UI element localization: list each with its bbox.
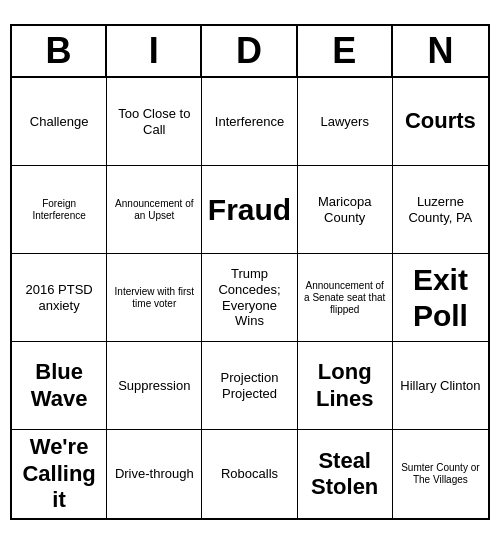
cell-text-8: Maricopa County xyxy=(302,194,388,225)
bingo-grid: ChallengeToo Close to CallInterferenceLa… xyxy=(12,78,488,518)
cell-text-3: Lawyers xyxy=(320,114,368,130)
bingo-cell-6: Announcement of an Upset xyxy=(107,166,202,254)
cell-text-6: Announcement of an Upset xyxy=(111,198,197,222)
cell-text-5: Foreign Interference xyxy=(16,198,102,222)
bingo-cell-13: Announcement of a Senate seat that flipp… xyxy=(298,254,393,342)
bingo-cell-24: Sumter County or The Villages xyxy=(393,430,488,518)
bingo-card: BIDEN ChallengeToo Close to CallInterfer… xyxy=(10,24,490,520)
bingo-cell-15: Blue Wave xyxy=(12,342,107,430)
header-letter-e: E xyxy=(298,26,393,76)
bingo-cell-17: Projection Projected xyxy=(202,342,297,430)
cell-text-0: Challenge xyxy=(30,114,89,130)
cell-text-19: Hillary Clinton xyxy=(400,378,480,394)
bingo-cell-9: Luzerne County, PA xyxy=(393,166,488,254)
cell-text-15: Blue Wave xyxy=(16,359,102,412)
cell-text-23: Steal Stolen xyxy=(302,448,388,501)
bingo-header: BIDEN xyxy=(12,26,488,78)
cell-text-17: Projection Projected xyxy=(206,370,292,401)
header-letter-i: I xyxy=(107,26,202,76)
bingo-cell-23: Steal Stolen xyxy=(298,430,393,518)
cell-text-13: Announcement of a Senate seat that flipp… xyxy=(302,280,388,316)
cell-text-22: Robocalls xyxy=(221,466,278,482)
bingo-cell-21: Drive-through xyxy=(107,430,202,518)
cell-text-10: 2016 PTSD anxiety xyxy=(16,282,102,313)
header-letter-b: B xyxy=(12,26,107,76)
bingo-cell-12: Trump Concedes; Everyone Wins xyxy=(202,254,297,342)
cell-text-18: Long Lines xyxy=(302,359,388,412)
cell-text-2: Interference xyxy=(215,114,284,130)
cell-text-12: Trump Concedes; Everyone Wins xyxy=(206,266,292,328)
bingo-cell-3: Lawyers xyxy=(298,78,393,166)
bingo-cell-18: Long Lines xyxy=(298,342,393,430)
bingo-cell-19: Hillary Clinton xyxy=(393,342,488,430)
cell-text-21: Drive-through xyxy=(115,466,194,482)
header-letter-n: N xyxy=(393,26,488,76)
bingo-cell-4: Courts xyxy=(393,78,488,166)
cell-text-16: Suppression xyxy=(118,378,190,394)
cell-text-7: Fraud xyxy=(208,192,291,228)
bingo-cell-20: We're Calling it xyxy=(12,430,107,518)
bingo-cell-7: Fraud xyxy=(202,166,297,254)
cell-text-20: We're Calling it xyxy=(16,434,102,513)
bingo-cell-2: Interference xyxy=(202,78,297,166)
cell-text-11: Interview with first time voter xyxy=(111,286,197,310)
cell-text-24: Sumter County or The Villages xyxy=(397,462,484,486)
header-letter-d: D xyxy=(202,26,297,76)
bingo-cell-10: 2016 PTSD anxiety xyxy=(12,254,107,342)
bingo-cell-11: Interview with first time voter xyxy=(107,254,202,342)
bingo-cell-8: Maricopa County xyxy=(298,166,393,254)
bingo-cell-14: Exit Poll xyxy=(393,254,488,342)
bingo-cell-1: Too Close to Call xyxy=(107,78,202,166)
bingo-cell-22: Robocalls xyxy=(202,430,297,518)
cell-text-4: Courts xyxy=(405,108,476,134)
cell-text-14: Exit Poll xyxy=(397,262,484,334)
bingo-cell-5: Foreign Interference xyxy=(12,166,107,254)
bingo-cell-16: Suppression xyxy=(107,342,202,430)
cell-text-9: Luzerne County, PA xyxy=(397,194,484,225)
cell-text-1: Too Close to Call xyxy=(111,106,197,137)
bingo-cell-0: Challenge xyxy=(12,78,107,166)
